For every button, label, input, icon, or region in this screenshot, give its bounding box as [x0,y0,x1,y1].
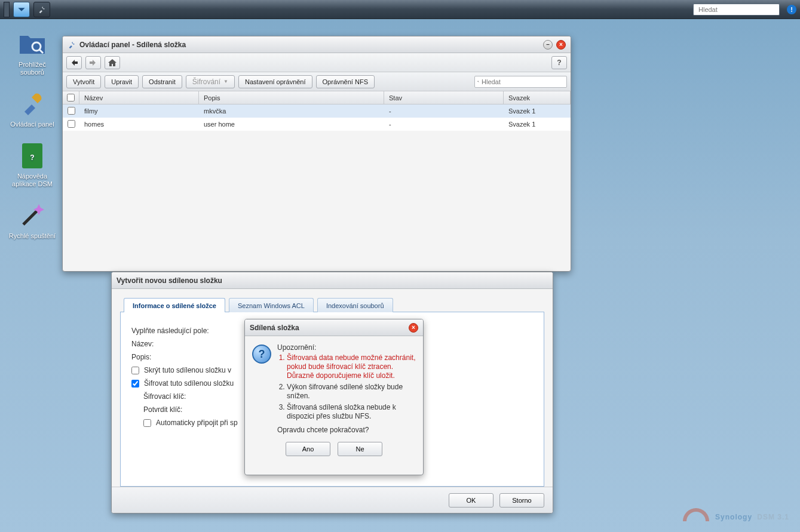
col-volume[interactable]: Svazek [504,91,571,104]
encrypt-dropdown[interactable]: Šifrování▼ [186,75,235,88]
automount-checkbox[interactable] [143,419,151,427]
taskbar: ! [0,0,800,19]
forward-button[interactable] [85,56,101,69]
folder-search-icon [19,32,46,56]
home-icon [108,59,117,66]
nav-toolbar: ? [63,53,571,72]
alert-content: Upozornění: Šifrovaná data nebude možné … [277,343,416,435]
dialog-footer: OK Storno [112,487,553,513]
desktop-icon-quickstart[interactable]: Rychlé spuštění [8,201,56,240]
yes-button[interactable]: Ano [286,442,330,456]
control-panel-window: Ovládací panel - Sdílená složka – × ? Vy… [62,36,571,272]
encrypt-checkbox[interactable] [131,380,139,388]
action-toolbar: Vytvořit Upravit Odstranit Šifrování▼ Na… [63,72,571,91]
taskbar-pin-button[interactable] [4,2,10,17]
cancel-button[interactable]: Storno [499,493,544,508]
alert-close-button[interactable]: × [409,323,418,333]
search-icon [477,78,479,85]
close-button[interactable]: × [556,40,566,50]
chevron-down-icon [17,5,26,14]
alert-item-2: Výkon šifrované sdílené složky bude sníž… [287,383,416,401]
taskbar-search-input[interactable] [698,6,781,13]
window-titlebar[interactable]: Ovládací panel - Sdílená složka – × [63,36,571,53]
tab-index[interactable]: Indexování souborů [317,298,393,312]
row-checkbox[interactable] [68,107,75,115]
tools-icon [19,90,46,118]
window-title: Ovládací panel - Sdílená složka [79,41,186,49]
select-all-checkbox[interactable] [67,94,75,102]
col-check[interactable] [63,91,79,104]
svg-text:?: ? [30,153,34,162]
delete-button[interactable]: Odstranit [142,75,182,88]
tools-icon [38,5,46,14]
toolbar-search[interactable] [474,76,567,88]
alert-question: Opravdu chcete pokračovat? [277,426,416,435]
arrow-right-icon [90,60,97,66]
taskbar-search[interactable] [693,4,780,16]
gauge-icon [683,508,709,521]
desktop-icon-file-browser[interactable]: Prohlížeč souborů [8,30,56,76]
alert-item-1: Šifrovaná data nebude možné zachránit, p… [287,353,416,380]
help-button[interactable]: ? [551,56,567,69]
alert-heading: Upozornění: [277,343,416,352]
question-icon: ? [252,345,271,364]
alert-dialog: Sdílená složka × ? Upozornění: Šifrovaná… [244,319,424,475]
col-state[interactable]: Stav [384,91,504,104]
desktop-icon-control-panel[interactable]: Ovládací panel [8,90,56,128]
alert-title: Sdílená složka [250,324,299,332]
grid-body: filmy mkvčka - Svazek 1 homes user home … [63,104,571,131]
alert-footer: Ano Ne [245,442,423,463]
tab-acl[interactable]: Seznam Windows ACL [229,298,314,312]
col-desc[interactable]: Popis [199,91,384,104]
no-button[interactable]: Ne [338,442,382,456]
desktop-icons: Prohlížeč souborů Ovládací panel ? Nápov… [8,30,56,240]
alert-titlebar[interactable]: Sdílená složka × [245,319,423,336]
minimize-button[interactable]: – [543,40,553,50]
wand-icon [19,202,46,229]
taskbar-menu-button[interactable] [13,2,30,17]
arrow-left-icon [71,60,78,66]
desktop-icon-help[interactable]: ? Nápověda aplikace DSM [8,142,56,188]
question-icon: ? [557,59,561,67]
dialog-titlebar[interactable]: Vytvořit novou sdílenou složku [112,272,553,289]
dialog-title: Vytvořit novou sdílenou složku [117,276,222,285]
hide-checkbox[interactable] [131,367,139,374]
create-button[interactable]: Vytvořit [66,75,101,88]
chevron-down-icon: ▼ [223,79,228,84]
edit-button[interactable]: Upravit [105,75,139,88]
col-name[interactable]: Název [79,91,199,104]
ok-button[interactable]: OK [449,493,494,508]
help-book-icon: ? [20,142,45,170]
table-row[interactable]: filmy mkvčka - Svazek 1 [63,104,571,118]
tools-icon [68,41,76,49]
alert-item-3: Šifrovaná sdílená složka nebude k dispoz… [287,403,416,421]
nfs-permissions-button[interactable]: Oprávnění NFS [316,75,375,88]
toolbar-search-input[interactable] [482,78,564,85]
grid-header: Název Popis Stav Svazek [63,91,571,104]
home-button[interactable] [105,56,120,69]
notification-badge[interactable]: ! [787,5,796,14]
table-row[interactable]: homes user home - Svazek 1 [63,118,571,131]
taskbar-tools-button[interactable] [33,2,50,17]
permissions-button[interactable]: Nastavení oprávnění [238,75,312,88]
row-checkbox[interactable] [68,120,75,128]
back-button[interactable] [66,56,82,69]
brand-watermark: Synology DSM 3.1 [683,505,789,524]
tab-info[interactable]: Informace o sdílené složce [124,298,225,312]
tabstrip: Informace o sdílené složce Seznam Window… [120,297,544,312]
